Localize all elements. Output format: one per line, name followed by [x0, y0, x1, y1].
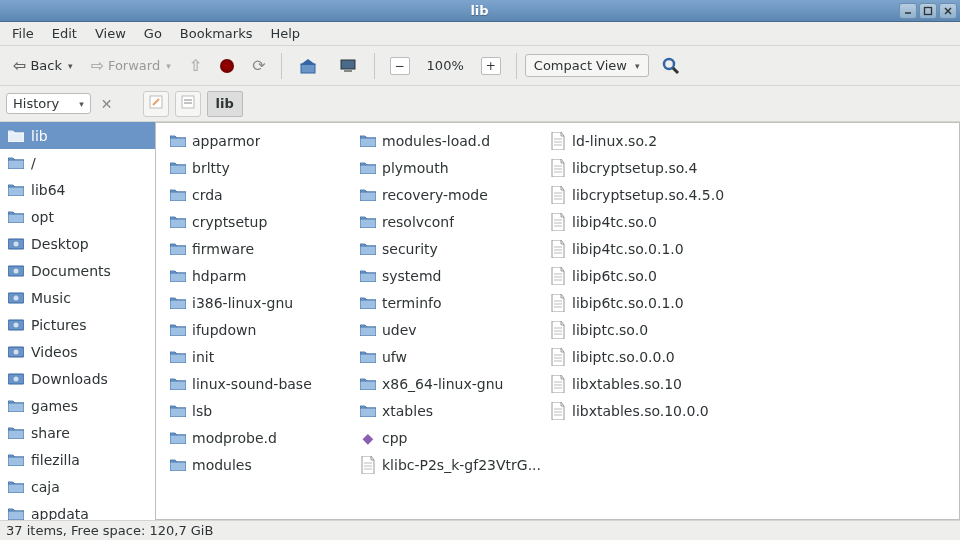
sidebar-item-opt[interactable]: opt — [0, 203, 155, 230]
zoom-out-button[interactable]: − — [383, 52, 417, 80]
drive-icon — [8, 318, 24, 331]
forward-button[interactable]: ⇨ Forward ▾ — [84, 51, 178, 80]
sidebar-item-appdata[interactable]: appdata — [0, 500, 155, 520]
sidebar-item-downloads[interactable]: Downloads — [0, 365, 155, 392]
folder-icon — [360, 269, 376, 282]
close-panel-button[interactable]: ✕ — [97, 96, 117, 112]
file-item[interactable]: init — [168, 343, 358, 370]
reload-button[interactable]: ⟳ — [245, 51, 272, 80]
file-item[interactable]: apparmor — [168, 127, 358, 154]
folder-icon — [170, 323, 186, 336]
file-item[interactable]: terminfo — [358, 289, 548, 316]
path-segment-lib[interactable]: lib — [207, 91, 243, 117]
file-item[interactable]: libip4tc.so.0.1.0 — [548, 235, 738, 262]
file-item[interactable]: modprobe.d — [168, 424, 358, 451]
file-item[interactable]: libip6tc.so.0.1.0 — [548, 289, 738, 316]
search-button[interactable] — [653, 51, 689, 81]
file-item[interactable]: ifupdown — [168, 316, 358, 343]
file-item-label: hdparm — [192, 268, 246, 284]
forward-label: Forward — [108, 58, 160, 73]
file-item[interactable]: xtables — [358, 397, 548, 424]
file-item[interactable]: crda — [168, 181, 358, 208]
folder-icon — [170, 431, 186, 444]
file-item[interactable]: ◆cpp — [358, 424, 548, 451]
sidebar-item-label: filezilla — [31, 452, 80, 468]
file-item[interactable]: libxtables.so.10.0.0 — [548, 397, 738, 424]
sidebar-item-filezilla[interactable]: filezilla — [0, 446, 155, 473]
file-item[interactable]: brltty — [168, 154, 358, 181]
side-panel-select[interactable]: History ▾ — [6, 93, 91, 114]
file-icon — [550, 213, 566, 231]
chevron-down-icon[interactable]: ▾ — [68, 61, 73, 71]
file-item-label: udev — [382, 322, 417, 338]
zoom-in-icon: + — [481, 57, 501, 75]
file-item[interactable]: resolvconf — [358, 208, 548, 235]
stop-button[interactable] — [213, 54, 241, 78]
menu-help[interactable]: Help — [262, 23, 308, 44]
sidebar-item-[interactable]: / — [0, 149, 155, 176]
sidebar-item-videos[interactable]: Videos — [0, 338, 155, 365]
file-item[interactable]: libiptc.so.0 — [548, 316, 738, 343]
folder-icon — [360, 188, 376, 201]
zoom-in-button[interactable]: + — [474, 52, 508, 80]
file-item[interactable]: linux-sound-base — [168, 370, 358, 397]
file-item[interactable]: klibc-P2s_k-gf23VtrG... — [358, 451, 548, 478]
file-item[interactable]: libcryptsetup.so.4.5.0 — [548, 181, 738, 208]
close-button[interactable] — [939, 3, 957, 19]
sidebar-item-share[interactable]: share — [0, 419, 155, 446]
file-item[interactable]: libiptc.so.0.0.0 — [548, 343, 738, 370]
menu-go[interactable]: Go — [136, 23, 170, 44]
edit-location-button[interactable] — [143, 91, 169, 117]
file-item[interactable]: libip6tc.so.0 — [548, 262, 738, 289]
file-item[interactable]: modules-load.d — [358, 127, 548, 154]
folder-icon — [170, 350, 186, 363]
file-view[interactable]: apparmorbrlttycrdacryptsetupfirmwarehdpa… — [156, 122, 960, 520]
menu-view[interactable]: View — [87, 23, 134, 44]
sidebar-item-pictures[interactable]: Pictures — [0, 311, 155, 338]
sidebar-item-lib64[interactable]: lib64 — [0, 176, 155, 203]
minimize-button[interactable] — [899, 3, 917, 19]
file-item[interactable]: libip4tc.so.0 — [548, 208, 738, 235]
menu-file[interactable]: File — [4, 23, 42, 44]
toggle-location-button[interactable] — [175, 91, 201, 117]
file-item-label: libcryptsetup.so.4 — [572, 160, 697, 176]
chevron-down-icon: ▾ — [635, 61, 640, 71]
sidebar-item-lib[interactable]: lib — [0, 122, 155, 149]
file-item[interactable]: firmware — [168, 235, 358, 262]
file-item[interactable]: lsb — [168, 397, 358, 424]
view-mode-select[interactable]: Compact View ▾ — [525, 54, 649, 77]
file-item[interactable]: hdparm — [168, 262, 358, 289]
file-item[interactable]: recovery-mode — [358, 181, 548, 208]
file-item[interactable]: systemd — [358, 262, 548, 289]
file-item[interactable]: security — [358, 235, 548, 262]
back-label: Back — [30, 58, 62, 73]
folder-icon — [8, 399, 24, 412]
up-button[interactable]: ⇧ — [182, 51, 209, 80]
maximize-button[interactable] — [919, 3, 937, 19]
sidebar-item-games[interactable]: games — [0, 392, 155, 419]
menu-bookmarks[interactable]: Bookmarks — [172, 23, 261, 44]
sidebar-item-desktop[interactable]: Desktop — [0, 230, 155, 257]
menu-edit[interactable]: Edit — [44, 23, 85, 44]
file-item[interactable]: ld-linux.so.2 — [548, 127, 738, 154]
file-item[interactable]: modules — [168, 451, 358, 478]
file-item[interactable]: plymouth — [358, 154, 548, 181]
file-item[interactable]: i386-linux-gnu — [168, 289, 358, 316]
folder-icon — [360, 134, 376, 147]
file-item[interactable]: cryptsetup — [168, 208, 358, 235]
chevron-down-icon[interactable]: ▾ — [166, 61, 171, 71]
status-text: 37 items, Free space: 120,7 GiB — [6, 523, 213, 538]
file-item[interactable]: x86_64-linux-gnu — [358, 370, 548, 397]
sidebar-item-documents[interactable]: Documents — [0, 257, 155, 284]
file-item[interactable]: ufw — [358, 343, 548, 370]
file-item[interactable]: libxtables.so.10 — [548, 370, 738, 397]
sidebar-item-caja[interactable]: caja — [0, 473, 155, 500]
file-item[interactable]: libcryptsetup.so.4 — [548, 154, 738, 181]
sidebar-item-music[interactable]: Music — [0, 284, 155, 311]
folder-icon — [170, 404, 186, 417]
computer-button[interactable] — [330, 51, 366, 81]
back-button[interactable]: ⇦ Back ▾ — [6, 51, 80, 80]
file-item-label: ifupdown — [192, 322, 256, 338]
file-item[interactable]: udev — [358, 316, 548, 343]
home-button[interactable] — [290, 51, 326, 81]
